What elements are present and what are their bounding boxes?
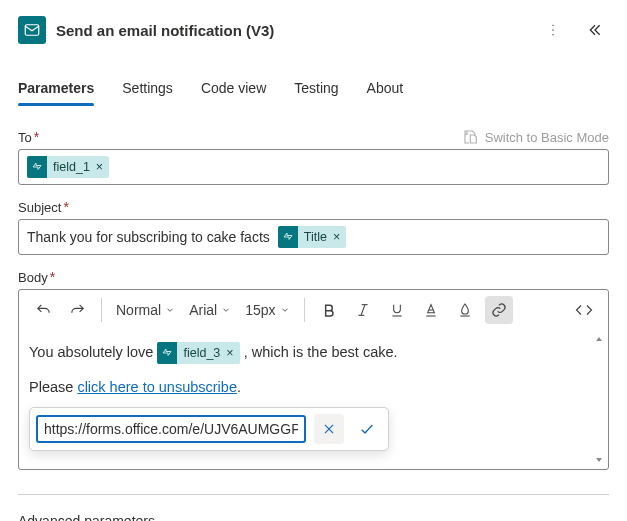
- body-editor: Normal Arial 15px You absolutely love: [18, 289, 609, 470]
- subject-input[interactable]: Thank you for subscribing to cake facts …: [18, 219, 609, 255]
- svg-point-2: [552, 29, 553, 30]
- font-family-dropdown[interactable]: Arial: [185, 296, 235, 324]
- link-popover: [29, 407, 389, 451]
- svg-point-3: [552, 34, 553, 35]
- switch-mode-button[interactable]: Switch to Basic Mode: [463, 129, 609, 145]
- scroll-down-icon[interactable]: [592, 453, 606, 467]
- link-icon[interactable]: [485, 296, 513, 324]
- link-cancel-button[interactable]: [314, 414, 344, 444]
- dynamic-content-icon: [278, 226, 298, 248]
- section-divider: [18, 494, 609, 495]
- code-view-icon[interactable]: [570, 296, 598, 324]
- undo-icon[interactable]: [29, 296, 57, 324]
- connector-icon: [18, 16, 46, 44]
- svg-marker-11: [596, 337, 602, 341]
- tab-settings[interactable]: Settings: [122, 74, 173, 106]
- svg-point-1: [552, 25, 553, 26]
- body-chip[interactable]: field_3 ×: [157, 342, 239, 364]
- more-menu-icon[interactable]: [539, 16, 567, 44]
- advanced-parameters-heading: Advanced parameters: [18, 513, 609, 521]
- chip-remove-icon[interactable]: ×: [224, 343, 239, 364]
- italic-icon[interactable]: [349, 296, 377, 324]
- body-content[interactable]: You absolutely love field_3 × , which is…: [19, 330, 608, 469]
- subject-label: Subject*: [18, 199, 69, 215]
- svg-line-6: [361, 305, 365, 316]
- body-label: Body*: [18, 269, 55, 285]
- link-url-input[interactable]: [36, 415, 306, 443]
- tab-testing[interactable]: Testing: [294, 74, 338, 106]
- dynamic-content-icon: [157, 342, 177, 364]
- unsubscribe-link[interactable]: click here to unsubscribe: [77, 379, 237, 395]
- dynamic-content-icon: [27, 156, 47, 178]
- bold-icon[interactable]: [315, 296, 343, 324]
- to-input[interactable]: field_1 ×: [18, 149, 609, 185]
- highlight-icon[interactable]: [451, 296, 479, 324]
- chip-remove-icon[interactable]: ×: [331, 230, 346, 244]
- redo-icon[interactable]: [63, 296, 91, 324]
- body-toolbar: Normal Arial 15px: [19, 290, 608, 330]
- underline-icon[interactable]: [383, 296, 411, 324]
- font-size-dropdown[interactable]: 15px: [241, 296, 293, 324]
- link-confirm-button[interactable]: [352, 414, 382, 444]
- collapse-panel-icon[interactable]: [581, 16, 609, 44]
- to-label: To*: [18, 129, 39, 145]
- scroll-up-icon[interactable]: [592, 332, 606, 346]
- page-title: Send an email notification (V3): [56, 22, 274, 39]
- tabs-bar: Parameters Settings Code view Testing Ab…: [18, 74, 609, 107]
- svg-marker-14: [596, 458, 602, 462]
- chip-remove-icon[interactable]: ×: [94, 160, 109, 174]
- paragraph-style-dropdown[interactable]: Normal: [112, 296, 179, 324]
- tab-code-view[interactable]: Code view: [201, 74, 266, 106]
- tab-parameters[interactable]: Parameters: [18, 74, 94, 106]
- font-color-icon[interactable]: [417, 296, 445, 324]
- subject-chip[interactable]: Title ×: [278, 226, 346, 248]
- tab-about[interactable]: About: [367, 74, 404, 106]
- svg-rect-0: [25, 25, 39, 36]
- to-chip[interactable]: field_1 ×: [27, 156, 109, 178]
